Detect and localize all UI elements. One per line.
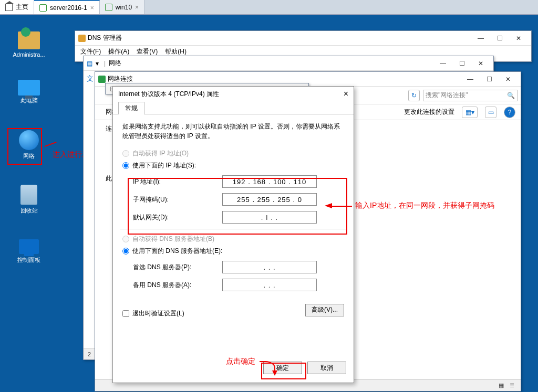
view-icons[interactable]: ▦ ≣ xyxy=(499,382,516,389)
icon-label: Administra... xyxy=(9,51,48,58)
radio-input xyxy=(122,236,129,242)
control-panel-icon xyxy=(19,239,39,254)
minimize-button[interactable]: — xyxy=(461,73,480,86)
description-text: 如果网络支持此功能，则可以获取自动指派的 IP 设置。否则，你需要从网络系统管理… xyxy=(122,122,344,141)
radio-input[interactable] xyxy=(122,150,129,157)
close-button[interactable]: ✕ xyxy=(509,32,528,45)
annotation-text-ip: 输入IP地址，在同一网段，并获得子网掩码 xyxy=(355,201,494,210)
view-button[interactable]: ▦▾ xyxy=(462,107,478,118)
row-dns1: 首选 DNS 服务器(P): . . . xyxy=(133,261,344,273)
item-count: 2 xyxy=(88,351,91,357)
change-settings-link[interactable]: 更改此连接的设置 xyxy=(404,108,454,116)
checkbox-label: 退出时验证设置(L) xyxy=(132,309,184,318)
preview-button[interactable]: ▭ xyxy=(485,107,496,118)
close-button[interactable]: ✕ xyxy=(499,73,518,86)
desktop-icon-administrator[interactable]: Administra... xyxy=(9,29,48,58)
radio-auto-dns: 自动获得 DNS 服务器地址(B) xyxy=(122,235,344,243)
nav-icon: ▤ xyxy=(87,60,92,67)
maximize-button[interactable]: ☐ xyxy=(490,32,509,45)
desktop-icon-controlpanel[interactable]: 控制面板 xyxy=(9,235,48,264)
dialog-ipv4-properties: Internet 协议版本 4 (TCP/IPv4) 属性 × 常规 如果网络支… xyxy=(112,86,354,383)
dns-icon xyxy=(78,35,86,42)
annotation-arrowhead xyxy=(325,203,332,208)
label-dns2: 备用 DNS 服务器(A): xyxy=(133,281,222,290)
window-title: DNS 管理器 xyxy=(88,34,122,43)
dialog-body: 如果网络支持此功能，则可以获取自动指派的 IP 设置。否则，你需要从网络系统管理… xyxy=(113,114,354,357)
desktop-icon-thispc[interactable]: 此电脑 xyxy=(9,78,48,104)
user-folder-icon xyxy=(18,31,40,49)
input-dns2[interactable]: . . . xyxy=(222,279,317,291)
radio-auto-ip[interactable]: 自动获得 IP 地址(O) xyxy=(122,149,344,158)
titlebar[interactable]: DNS 管理器 — ☐ ✕ xyxy=(75,31,531,46)
titlebar[interactable]: ▤ ▾ | 网络 — ☐ ✕ xyxy=(84,56,493,71)
checkbox-validate[interactable]: 退出时验证设置(L) xyxy=(122,309,184,318)
radio-manual-ip[interactable]: 使用下面的 IP 地址(S): xyxy=(122,161,344,170)
sidebar-fragment: 文 xyxy=(87,74,94,83)
button-label: 取消 xyxy=(320,364,333,373)
menu-help[interactable]: 帮助(H) xyxy=(165,47,187,56)
recycle-bin-icon xyxy=(20,185,37,205)
menu-view[interactable]: 查看(V) xyxy=(137,47,158,56)
dns2-value: . . . xyxy=(263,281,275,289)
tab-home[interactable]: 主页 xyxy=(0,0,34,14)
titlebar[interactable]: Internet 协议版本 4 (TCP/IPv4) 属性 × xyxy=(113,87,354,101)
tab-header: 常规 xyxy=(113,101,354,114)
cancel-button[interactable]: 取消 xyxy=(307,362,346,374)
advanced-button[interactable]: 高级(V)... xyxy=(305,304,344,316)
tab-win10[interactable]: win10 × xyxy=(100,0,144,14)
close-icon[interactable]: × xyxy=(135,4,139,11)
dialog-title: Internet 协议版本 4 (TCP/IPv4) 属性 xyxy=(118,90,219,99)
radio-label: 使用下面的 DNS 服务器地址(E): xyxy=(132,247,222,256)
tab-label: 主页 xyxy=(16,3,28,12)
tab-label: win10 xyxy=(116,4,132,11)
tab-general[interactable]: 常规 xyxy=(118,102,144,114)
radio-input[interactable] xyxy=(122,248,129,255)
input-dns1[interactable]: . . . xyxy=(222,261,317,273)
close-button[interactable]: ✕ xyxy=(471,57,490,70)
radio-label: 使用下面的 IP 地址(S): xyxy=(132,161,196,170)
minimize-button[interactable]: — xyxy=(433,57,452,70)
tab-label: 常规 xyxy=(125,104,138,112)
close-button[interactable]: × xyxy=(344,89,348,99)
maximize-button[interactable]: ☐ xyxy=(452,57,471,70)
dns-fields: 首选 DNS 服务器(P): . . . 备用 DNS 服务器(A): . . … xyxy=(133,261,344,291)
help-button[interactable]: ? xyxy=(504,107,515,118)
menu-action[interactable]: 操作(A) xyxy=(108,47,129,56)
annotation-arrowhead-down xyxy=(272,370,277,376)
annotation-highlight-network xyxy=(7,128,42,165)
radio-label: 自动获得 DNS 服务器地址(B) xyxy=(132,235,214,243)
icon-label: 回收站 xyxy=(9,207,48,215)
radio-input[interactable] xyxy=(122,162,129,169)
window-title: 网络 xyxy=(109,59,121,68)
tab-server[interactable]: server2016-1 × xyxy=(34,0,100,14)
menu-file[interactable]: 文件(F) xyxy=(80,47,101,56)
refresh-button[interactable]: ↻ xyxy=(408,90,420,101)
sidebar-fragment: 此 xyxy=(106,174,112,183)
checkbox-input[interactable] xyxy=(122,310,129,317)
desktop-icon-recycle[interactable]: 回收站 xyxy=(9,185,48,215)
monitor-icon xyxy=(18,80,40,96)
dropdown-icon[interactable]: ▾ xyxy=(96,60,99,67)
dns1-value: . . . xyxy=(263,263,275,271)
vm-icon xyxy=(39,4,47,12)
sidebar-fragment: 连 xyxy=(106,124,112,133)
home-icon xyxy=(5,4,13,11)
search-input[interactable]: 搜索"网络连接" 🔍 xyxy=(423,90,518,101)
maximize-button[interactable]: ☐ xyxy=(480,73,499,86)
radio-label: 自动获得 IP 地址(O) xyxy=(132,149,189,158)
search-icon: 🔍 xyxy=(507,92,515,99)
annotation-highlight-ipblock xyxy=(128,178,347,235)
tab-label: server2016-1 xyxy=(50,4,87,12)
close-icon[interactable]: × xyxy=(90,4,94,12)
row-dns2: 备用 DNS 服务器(A): . . . xyxy=(133,279,344,291)
label-dns1: 首选 DNS 服务器(P): xyxy=(133,263,222,272)
search-placeholder: 搜索"网络连接" xyxy=(426,91,468,100)
icon-label: 控制面板 xyxy=(9,256,48,264)
button-label: 高级(V)... xyxy=(312,305,338,314)
window-title: 网络连接 xyxy=(108,75,133,83)
vm-icon xyxy=(105,4,112,11)
minimize-button[interactable]: — xyxy=(471,32,490,45)
annotation-text-ok: 点击确定 xyxy=(226,357,255,366)
radio-manual-dns[interactable]: 使用下面的 DNS 服务器地址(E): xyxy=(122,247,344,256)
netconn-icon xyxy=(98,76,106,83)
